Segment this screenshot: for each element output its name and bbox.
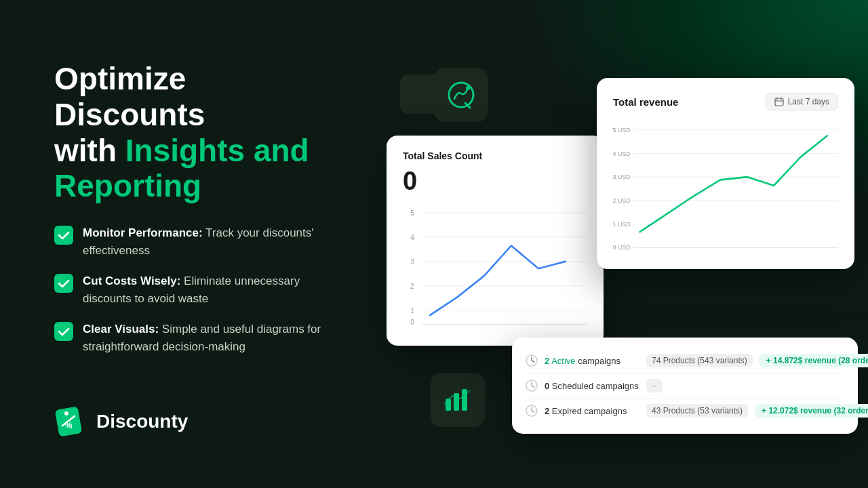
expired-status-icon bbox=[526, 405, 538, 417]
scheduled-campaign-label: 0 Scheduled campaigns bbox=[545, 381, 639, 391]
revenue-card: Total revenue Last 7 days 5 USD 4 USD bbox=[597, 78, 854, 269]
headline-line3: Reporting bbox=[54, 168, 201, 203]
expired-revenue: + 12.072$ revenue (32 orders) bbox=[755, 404, 868, 418]
feature-item-visuals: Clear Visuals: Simple and useful diagram… bbox=[54, 321, 339, 355]
headline-line1: Optimize Discounts bbox=[54, 61, 205, 132]
svg-text:3 USD: 3 USD bbox=[613, 174, 631, 180]
features-list: Monitor Performance: Track your discount… bbox=[54, 224, 339, 369]
date-pill[interactable]: Last 7 days bbox=[766, 93, 838, 110]
svg-rect-0 bbox=[54, 226, 73, 245]
active-status-icon bbox=[526, 354, 538, 367]
expired-count: 2 bbox=[545, 406, 549, 416]
main-container: Optimize Discounts with Insights and Rep… bbox=[0, 0, 868, 488]
active-label-suffix: campaigns bbox=[578, 356, 620, 366]
svg-rect-2 bbox=[54, 322, 73, 341]
campaign-row-scheduled: 0 Scheduled campaigns - bbox=[526, 373, 844, 399]
feature-bold-visuals: Clear Visuals: bbox=[83, 323, 159, 336]
svg-text:1: 1 bbox=[410, 307, 414, 314]
scheduled-status-icon bbox=[526, 380, 538, 392]
campaign-row-expired: 2 Expired campaigns 43 Products (53 vari… bbox=[526, 399, 844, 423]
revenue-chart-area: 5 USD 4 USD 3 USD 2 USD 1 USD 0 USD bbox=[613, 121, 838, 257]
active-revenue: + 14.872$ revenue (28 orders) bbox=[760, 354, 868, 367]
headline-line2-highlight: Insights and bbox=[125, 133, 309, 168]
campaign-row-active: 2 Active campaigns 74 Products (543 vari… bbox=[526, 348, 844, 373]
feature-item-costs: Cut Costs Wisely: Eliminate unnecessary … bbox=[54, 272, 339, 307]
scheduled-status-text: Scheduled bbox=[552, 381, 593, 391]
revenue-card-header: Total revenue Last 7 days bbox=[613, 93, 838, 110]
check-icon-monitor bbox=[54, 226, 73, 245]
feature-text-monitor: Monitor Performance: Track your discount… bbox=[83, 224, 339, 259]
scheduled-count: 0 bbox=[545, 381, 549, 391]
svg-point-8 bbox=[466, 86, 470, 90]
svg-rect-12 bbox=[462, 389, 467, 411]
logo-icon: % bbox=[54, 403, 88, 441]
bar-chart-box bbox=[431, 373, 485, 427]
active-products: 74 Products (543 variants) bbox=[646, 354, 753, 367]
chart-icon-box bbox=[434, 68, 488, 122]
svg-text:5 USD: 5 USD bbox=[613, 127, 631, 134]
svg-text:%: % bbox=[65, 421, 73, 430]
svg-text:0 USD: 0 USD bbox=[613, 244, 631, 251]
bar-chart-icon bbox=[443, 385, 473, 415]
sales-count: 0 bbox=[403, 167, 587, 196]
scheduled-dash: - bbox=[646, 379, 663, 392]
svg-rect-11 bbox=[454, 393, 459, 411]
date-label: Last 7 days bbox=[788, 97, 829, 106]
check-icon-visuals bbox=[54, 322, 73, 341]
svg-rect-25 bbox=[775, 98, 783, 106]
logo-area: % Discounty bbox=[54, 403, 339, 441]
expired-products: 43 Products (53 variants) bbox=[646, 404, 748, 418]
sales-card: Total Sales Count 0 5 4 3 2 1 0 bbox=[387, 136, 604, 346]
feature-bold-costs: Cut Costs Wisely: bbox=[83, 274, 180, 287]
svg-text:2 USD: 2 USD bbox=[613, 197, 631, 204]
svg-point-4 bbox=[64, 411, 68, 415]
left-panel: Optimize Discounts with Insights and Rep… bbox=[0, 0, 380, 488]
logo-text: Discounty bbox=[96, 411, 188, 432]
svg-text:5: 5 bbox=[410, 209, 414, 217]
feature-text-costs: Cut Costs Wisely: Eliminate unnecessary … bbox=[83, 272, 339, 307]
svg-rect-1 bbox=[54, 274, 73, 293]
revenue-title: Total revenue bbox=[613, 96, 678, 108]
svg-point-7 bbox=[449, 83, 473, 107]
feature-text-visuals: Clear Visuals: Simple and useful diagram… bbox=[83, 321, 339, 355]
svg-text:1 USD: 1 USD bbox=[613, 220, 631, 227]
sales-card-title: Total Sales Count bbox=[403, 150, 587, 161]
calendar-icon bbox=[774, 97, 784, 106]
svg-text:0: 0 bbox=[410, 319, 414, 326]
campaigns-card: 2 Active campaigns 74 Products (543 vari… bbox=[512, 338, 858, 434]
sales-chart-area: 5 4 3 2 1 0 bbox=[403, 204, 587, 326]
scheduled-label-suffix: campaigns bbox=[596, 381, 639, 391]
feature-item-monitor: Monitor Performance: Track your discount… bbox=[54, 224, 339, 259]
headline: Optimize Discounts with Insights and Rep… bbox=[54, 61, 339, 205]
active-count: 2 bbox=[545, 356, 549, 366]
check-icon-costs bbox=[54, 274, 73, 293]
expired-label-suffix: campaigns bbox=[585, 406, 627, 416]
active-status-text: Active bbox=[551, 356, 575, 366]
svg-text:2: 2 bbox=[410, 283, 414, 290]
right-panel: Total Sales Count 0 5 4 3 2 1 0 bbox=[380, 0, 868, 488]
active-campaign-label: 2 Active campaigns bbox=[545, 356, 639, 366]
svg-text:4: 4 bbox=[410, 234, 414, 241]
analytics-icon bbox=[445, 79, 477, 111]
svg-text:4 USD: 4 USD bbox=[613, 150, 631, 157]
headline-line2-plain: with bbox=[54, 133, 125, 168]
feature-bold-monitor: Monitor Performance: bbox=[83, 226, 203, 239]
expired-campaign-label: 2 Expired campaigns bbox=[545, 406, 639, 416]
expired-status-text: Expired bbox=[552, 406, 582, 416]
svg-text:3: 3 bbox=[410, 258, 414, 266]
